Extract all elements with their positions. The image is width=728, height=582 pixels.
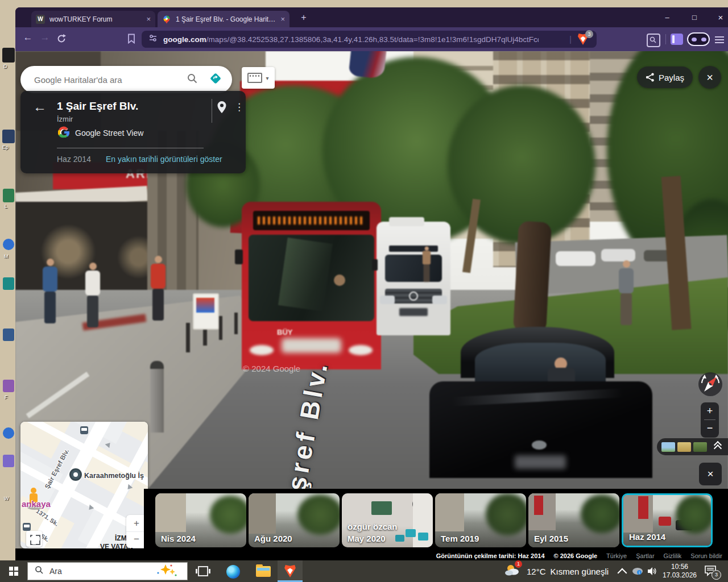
map-fullscreen-button[interactable] — [26, 531, 42, 547]
share-icon — [646, 73, 655, 82]
clock-date: 17.03.2026 — [659, 571, 701, 580]
map-poi-label[interactable]: Karaahmetoğlu İş — [84, 472, 144, 480]
nearest-date-link[interactable]: En yakın tarihli görüntüleri göster — [106, 155, 222, 164]
collapse-chevrons-icon[interactable] — [715, 442, 721, 451]
desktop-icon[interactable] — [3, 329, 14, 341]
taskbar-search-placeholder: Ara — [49, 567, 154, 576]
thumb-trees — [581, 494, 619, 533]
thumb-sign-red — [638, 496, 648, 519]
dropdown-arrow-icon[interactable]: ▾ — [266, 75, 268, 81]
bus-led-dots — [258, 217, 363, 225]
map-partial-label: İZM — [115, 534, 127, 542]
windows-logo-icon — [9, 567, 18, 576]
file-explorer-icon[interactable] — [256, 566, 271, 577]
browser-window: W wowTURKEY Forum × 1 Şair Eşref Blv. - … — [15, 7, 728, 560]
clock-time: 10:56 — [659, 563, 701, 571]
zoom-in-button[interactable]: + — [701, 402, 719, 419]
thumb-chair — [418, 533, 428, 541]
date-thumbnail-selected[interactable]: Haz 2014 — [622, 493, 713, 547]
notification-center-button[interactable]: 3 — [704, 565, 718, 577]
layer-thumbnail[interactable] — [661, 442, 675, 452]
fullscreen-glyph-mask — [32, 533, 36, 544]
task-view-button[interactable] — [198, 566, 208, 576]
search-icon[interactable] — [187, 73, 198, 86]
attribution-report-link[interactable]: Sorun bildir — [690, 552, 722, 559]
date-thumbnail[interactable]: Eyl 2015 — [528, 493, 619, 547]
place-title: 1 Şair Eşref Blv. — [57, 100, 138, 113]
url-bar[interactable]: google.com/maps/@38.4252538,27.1385806,3… — [142, 31, 597, 48]
copilot-sparkle-icon[interactable] — [154, 563, 178, 579]
date-thumbnail[interactable]: Nis 2024 — [155, 493, 246, 547]
desktop-icon[interactable] — [3, 380, 14, 392]
maps-search-box[interactable] — [20, 66, 232, 93]
window-close-button[interactable]: × — [710, 11, 728, 24]
desktop-icon[interactable] — [3, 277, 14, 290]
zoom-out-button[interactable]: − — [701, 420, 719, 437]
new-tab-button[interactable]: + — [298, 12, 309, 23]
tab-google-maps[interactable]: 1 Şair Eşref Blv. - Google Haritala × — [158, 11, 289, 27]
date-thumbnail[interactable]: Ağu 2020 — [249, 493, 340, 547]
browser-menu-icon[interactable] — [715, 35, 724, 45]
search-tab-icon[interactable] — [647, 34, 660, 47]
close-street-view-button[interactable]: × — [698, 66, 721, 89]
window-maximize-button[interactable]: □ — [684, 11, 705, 24]
layer-thumbnail[interactable] — [693, 442, 707, 452]
url-text: google.com/maps/@38.4252538,27.1385806,3… — [163, 35, 539, 44]
compass-control[interactable] — [698, 372, 723, 399]
tab-close-icon[interactable]: × — [280, 15, 285, 23]
thumbnail-label: Ağu 2020 — [254, 534, 292, 543]
desktop-icon[interactable] — [2, 48, 15, 63]
brave-taskbar-button[interactable] — [278, 560, 303, 582]
reload-button[interactable] — [56, 34, 67, 46]
forward-button[interactable]: → — [37, 32, 53, 43]
van-mirror — [372, 259, 378, 271]
tab-close-icon[interactable]: × — [146, 15, 151, 23]
tray-chevron-icon[interactable] — [618, 568, 627, 578]
place-city: İzmir — [57, 115, 73, 123]
street-view-canvas[interactable]: ARI — [15, 51, 728, 560]
layer-thumbnail[interactable] — [677, 442, 691, 452]
onedrive-icon[interactable]: i — [631, 566, 644, 577]
weather-widget[interactable]: 1 12°C Kısmen güneşli — [504, 560, 609, 582]
taskbar-search-box[interactable]: Ara — [27, 562, 188, 580]
mini-map[interactable]: Şair Eşref Blv. 1371. Sk. Sk. Karaahmeto… — [20, 422, 148, 548]
sidebar-icon[interactable] — [671, 34, 683, 45]
bus-windshield — [249, 235, 374, 321]
google-watermark: © 2024 Google — [243, 364, 300, 373]
desktop-icon[interactable] — [2, 130, 15, 143]
desktop-icon[interactable] — [3, 455, 14, 467]
show-on-map-pin-icon[interactable] — [216, 101, 228, 117]
date-thumbnail[interactable]: Tem 2019 — [435, 493, 526, 547]
bus-fleet-text: BÜY — [277, 328, 292, 336]
brave-shield-icon[interactable]: 3 — [577, 33, 590, 45]
keyboard-button[interactable]: ▾ — [242, 67, 275, 89]
desktop-icon[interactable] — [3, 239, 14, 250]
panel-back-icon[interactable]: ← — [33, 99, 47, 115]
attribution-country[interactable]: Türkiye — [606, 552, 627, 559]
capture-date: Haz 2014 — [57, 155, 91, 164]
close-thumbnail-strip-button[interactable]: × — [699, 463, 722, 485]
date-thumbnail[interactable]: özgür özcan May 2020 — [342, 493, 433, 547]
panel-overflow-menu-icon[interactable]: ⋮ — [234, 101, 244, 113]
brave-icon — [284, 564, 296, 580]
volume-icon[interactable] — [647, 567, 657, 578]
tab-wowturkey[interactable]: W wowTURKEY Forum × — [31, 11, 155, 27]
attribution-terms-link[interactable]: Şartlar — [636, 552, 654, 559]
maps-search-input[interactable] — [33, 74, 187, 85]
directions-icon[interactable] — [208, 71, 223, 88]
site-settings-icon[interactable] — [148, 34, 158, 45]
map-poi-pin[interactable] — [69, 468, 82, 481]
edge-icon[interactable] — [226, 565, 240, 579]
bookmark-icon[interactable] — [127, 34, 136, 46]
back-button[interactable]: ← — [20, 32, 36, 43]
window-minimize-button[interactable]: – — [657, 11, 677, 24]
share-button[interactable]: Paylaş — [637, 66, 693, 88]
start-button[interactable] — [0, 560, 27, 582]
attribution-privacy-link[interactable]: Gizlilik — [664, 552, 682, 559]
map-oneway-arrow — [105, 441, 113, 448]
taskbar-clock[interactable]: 10:56 17.03.2026 — [659, 563, 701, 580]
desktop-icon[interactable] — [3, 189, 14, 202]
desktop-icon[interactable] — [3, 427, 14, 439]
brave-vpn-glasses-icon[interactable] — [687, 32, 710, 46]
sidebar-icon-bar — [672, 35, 675, 43]
